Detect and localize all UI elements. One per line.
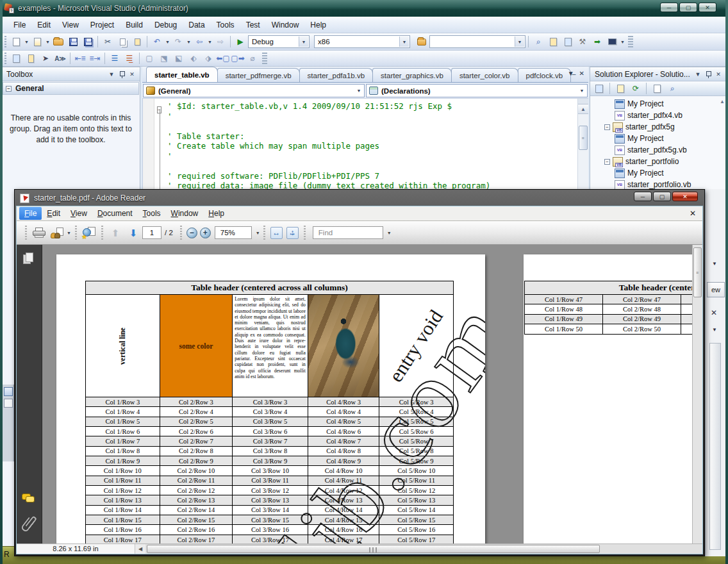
fragment-dropdown-icon-2[interactable]: ▼ xyxy=(712,327,717,333)
redo-button[interactable]: ↷ xyxy=(171,35,185,48)
zoom-dropdown-icon[interactable]: ▼ xyxy=(256,231,260,235)
class-diagram-icon[interactable]: ⌕ xyxy=(665,82,679,95)
attachments-panel-icon[interactable] xyxy=(20,517,35,533)
zoom-out-button[interactable]: − xyxy=(186,228,197,238)
tab-starter_graphics.vb[interactable]: starter_graphics.vb xyxy=(372,68,452,82)
add-item-dropdown[interactable]: ▼ xyxy=(45,40,51,44)
collapse-icon[interactable]: − xyxy=(6,86,12,92)
collaborate-button[interactable] xyxy=(49,224,65,241)
solution-platforms-combo[interactable]: x86▼ xyxy=(314,35,410,48)
bookmark-next-doc-button[interactable]: ▢➡ xyxy=(231,52,245,65)
vs-menu-project[interactable]: Project xyxy=(85,18,120,32)
fragment-button[interactable]: ew xyxy=(707,282,725,297)
share-document-button[interactable]: ★ xyxy=(81,224,97,241)
toolbar2-grip[interactable] xyxy=(4,53,6,64)
increase-indent-button[interactable]: ≡⇥ xyxy=(88,52,102,65)
find-input[interactable]: Find ▼ xyxy=(313,226,383,239)
vs-menu-data[interactable]: Data xyxy=(183,18,210,32)
tree-item-starter_pdfx5g.vb[interactable]: VBstarter_pdfx5g.vb xyxy=(590,144,726,156)
next-page-button[interactable]: ⬇ xyxy=(125,224,142,241)
reader-menu-edit[interactable]: Edit xyxy=(42,207,65,220)
toolbox-close-icon[interactable]: ✕ xyxy=(127,69,137,79)
decrease-indent-button[interactable]: ⇤≡ xyxy=(73,52,87,65)
show-all-files-icon[interactable] xyxy=(613,82,627,95)
reader-menu-file[interactable]: File xyxy=(19,207,42,220)
scroll-up-icon[interactable]: ▲ xyxy=(578,104,588,114)
reader-menu-tools[interactable]: Tools xyxy=(138,207,166,220)
vs-minimize-button[interactable]: ─ xyxy=(660,3,678,12)
zoom-in-button[interactable]: + xyxy=(200,228,211,238)
vs-menu-tools[interactable]: Tools xyxy=(211,18,240,32)
document-close-icon[interactable]: ✕ xyxy=(690,209,696,218)
tab-starter_pdfa1b.vb[interactable]: starter_pdfa1b.vb xyxy=(299,68,374,82)
toolbox-hammer-wrench-icon[interactable]: ⚒ xyxy=(575,35,590,48)
scrollbar-thumb[interactable]: ≡ xyxy=(579,126,588,150)
autohide-tab-icon-2[interactable] xyxy=(4,399,13,408)
collaborate-dropdown[interactable]: ▼ xyxy=(66,231,72,235)
parameter-info-button[interactable] xyxy=(24,52,38,65)
bookmark-prev-doc-button[interactable]: ⬅▢ xyxy=(216,52,230,65)
fragment-scrollbar[interactable] xyxy=(709,343,721,550)
navigate-dropdown[interactable]: ▼ xyxy=(207,40,213,44)
solexp-window-menu-icon[interactable]: ▼ xyxy=(693,69,703,79)
toolbox-header[interactable]: Toolbox ▼ ✕ xyxy=(2,67,140,81)
reader-maximize-button[interactable]: ▢ xyxy=(653,192,671,201)
properties-window-button[interactable] xyxy=(546,35,560,48)
reader-vertical-scrollbar[interactable]: ≡ xyxy=(692,245,702,543)
document-area[interactable]: www.pdflib.com Table header (centered ac… xyxy=(42,245,702,543)
vs-titlebar[interactable]: 9 examples - Microsoft Visual Studio (Ad… xyxy=(0,0,728,17)
add-new-item-button[interactable] xyxy=(30,35,44,48)
toolbar-overflow[interactable] xyxy=(628,36,633,47)
zoom-level-combo[interactable]: 75% ▼ xyxy=(215,226,252,239)
page-number-input[interactable] xyxy=(142,226,161,239)
comments-panel-icon[interactable] xyxy=(22,494,35,504)
cut-button[interactable]: ✂ xyxy=(101,35,115,48)
find-dropdown-icon[interactable]: ▼ xyxy=(387,231,392,235)
solution-configurations-combo[interactable]: Debug▼ xyxy=(248,35,310,48)
open-file-button[interactable] xyxy=(51,35,65,48)
reader-menu-help[interactable]: Help xyxy=(203,207,229,220)
copy-button[interactable] xyxy=(115,35,129,48)
vs-maximize-button[interactable]: ▢ xyxy=(679,3,697,12)
toolbox-group-general[interactable]: − General xyxy=(3,82,139,95)
reader-minimize-button[interactable]: ─ xyxy=(634,192,652,201)
tab-close-icon[interactable]: ✕ xyxy=(579,70,584,77)
tree-item-starter_portfolio[interactable]: −starter_portfolio xyxy=(590,156,726,167)
solution-explorer-header[interactable]: Solution Explorer - Solutio... ▼ ✕ xyxy=(590,67,726,81)
tree-item-my-project[interactable]: My Project xyxy=(590,167,726,179)
tree-item-my-project[interactable]: My Project xyxy=(590,98,726,110)
types-combo[interactable]: (General) ▼ xyxy=(143,84,365,97)
properties-icon[interactable] xyxy=(592,82,606,95)
new-project-dropdown[interactable]: ▼ xyxy=(24,40,29,44)
object-browser-button[interactable] xyxy=(561,35,575,48)
print-button[interactable] xyxy=(31,224,47,241)
reader-close-button[interactable]: ✕ xyxy=(672,192,698,201)
autohide-tab-icon-1[interactable] xyxy=(4,387,13,396)
collapse-icon[interactable]: − xyxy=(604,159,610,165)
find-in-files-button[interactable] xyxy=(415,35,429,48)
tree-item-starter_pdfx4.vb[interactable]: VBstarter_pdfx4.vb xyxy=(590,110,726,121)
command-window-button[interactable] xyxy=(605,35,619,48)
reader-horizontal-scrollbar[interactable] xyxy=(145,544,702,554)
reader-menu-view[interactable]: View xyxy=(65,207,92,220)
vs-menu-debug[interactable]: Debug xyxy=(149,18,183,32)
vs-menu-help[interactable]: Help xyxy=(304,18,332,32)
navigate-forward-button[interactable]: ⇨ xyxy=(213,35,228,48)
comment-lines-button[interactable]: ☰ xyxy=(108,52,122,65)
vs-menu-view[interactable]: View xyxy=(56,18,85,32)
clear-bookmarks-button[interactable]: ⌀ xyxy=(245,52,260,65)
save-all-button[interactable] xyxy=(81,35,95,48)
collapse-icon[interactable]: − xyxy=(604,124,610,130)
start-page-button[interactable]: ➡ xyxy=(590,35,604,48)
navigate-backward-button[interactable]: ⇦ xyxy=(192,35,206,48)
tab-scroll-dropdown-icon[interactable]: ▼̶ xyxy=(568,70,574,77)
vs-menu-file[interactable]: File xyxy=(8,18,31,32)
bookmark-prev-button[interactable]: ⬔ xyxy=(157,52,171,65)
reader-menu-document[interactable]: Document xyxy=(92,207,138,220)
magnifier-document-icon[interactable]: ⌕ xyxy=(531,35,545,48)
new-project-button[interactable] xyxy=(9,35,23,48)
tab-starter_table.vb[interactable]: starter_table.vb xyxy=(146,67,218,82)
bookmark-toggle-button[interactable]: ▢ xyxy=(142,52,156,65)
uncomment-lines-button[interactable]: ☰̲ xyxy=(122,52,136,65)
vs-menu-test[interactable]: Test xyxy=(240,18,266,32)
